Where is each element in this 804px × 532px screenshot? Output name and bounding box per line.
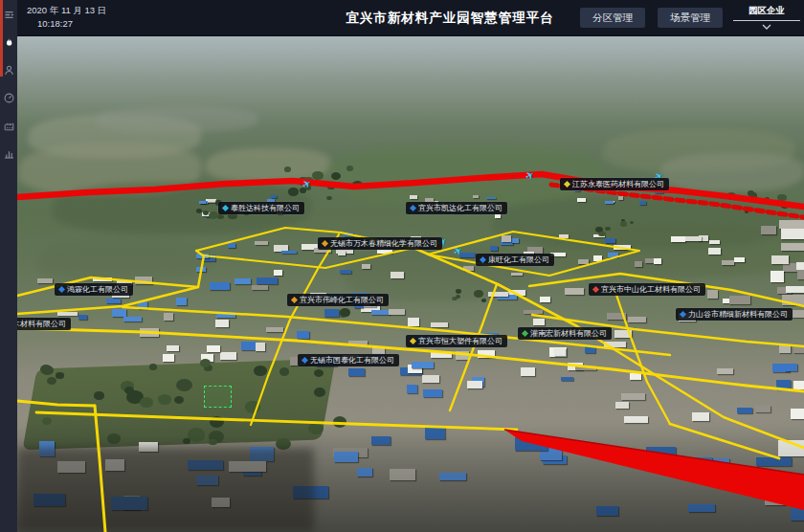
company-label[interactable]: 灌南宏新材料有限公司 — [518, 327, 612, 340]
building — [199, 201, 206, 204]
building — [793, 347, 804, 353]
building — [670, 457, 711, 474]
building — [78, 315, 87, 320]
building — [338, 251, 346, 255]
building — [709, 240, 720, 244]
company-marker-icon — [58, 286, 65, 293]
building — [371, 310, 389, 315]
building — [565, 288, 584, 295]
tree — [245, 401, 259, 412]
company-label[interactable]: 宜兴市凯达化工有限公司 — [406, 202, 507, 214]
building — [502, 235, 511, 242]
tree — [781, 202, 790, 209]
building — [593, 255, 603, 261]
company-label[interactable]: 无锡市国泰化工有限公司 — [298, 354, 399, 366]
bar-chart-icon[interactable] — [3, 147, 15, 160]
building — [729, 296, 750, 304]
building — [578, 259, 589, 263]
building — [255, 241, 268, 245]
building — [252, 285, 268, 290]
building — [135, 277, 152, 284]
gauge-icon[interactable] — [3, 92, 15, 104]
building — [615, 402, 629, 409]
company-label-text: 江苏永泰医药材料有限公司 — [572, 181, 664, 188]
building — [511, 238, 519, 243]
tree — [777, 194, 787, 202]
terrain-patch — [35, 239, 213, 282]
building — [685, 236, 702, 241]
building — [371, 436, 391, 444]
menu-icon[interactable] — [3, 9, 15, 21]
terrain-patch — [658, 153, 804, 191]
building — [708, 248, 721, 255]
factory-icon[interactable] — [3, 120, 15, 132]
company-label[interactable]: 江苏永泰医药材料有限公司 — [560, 178, 669, 190]
sidebar-active-indicator — [0, 0, 3, 77]
company-label[interactable]: 泰胜达科技有限公司 — [218, 202, 304, 214]
building — [467, 381, 482, 388]
chevron-down-icon — [762, 24, 771, 30]
building — [334, 452, 358, 462]
scene-management-button[interactable]: 场景管理 — [658, 8, 723, 28]
building — [234, 278, 252, 284]
building — [220, 352, 236, 360]
company-label[interactable]: 宜兴市中山化工材料有限公司 — [589, 283, 705, 296]
building — [791, 508, 804, 521]
building — [212, 498, 230, 507]
building — [607, 313, 626, 320]
company-label[interactable]: 鸿霖化工有限公司 — [55, 283, 133, 296]
tree — [40, 365, 52, 374]
tree — [474, 290, 482, 298]
time-text: 10:18:27 — [37, 18, 106, 29]
building — [216, 312, 235, 318]
building — [207, 345, 219, 351]
building — [140, 328, 159, 337]
building — [93, 277, 111, 281]
company-label[interactable]: 康旺化工有限公司 — [476, 254, 554, 266]
building — [324, 309, 339, 317]
building — [654, 258, 661, 264]
building — [391, 272, 404, 278]
building — [138, 301, 147, 308]
zone-management-button[interactable]: 分区管理 — [580, 8, 645, 28]
company-label[interactable]: 宜兴市伟峰化工有限公司 — [287, 294, 389, 306]
building — [575, 366, 596, 370]
building — [266, 327, 283, 333]
building — [533, 319, 545, 325]
building — [176, 298, 187, 305]
fire-icon[interactable] — [3, 36, 15, 49]
tree — [598, 232, 605, 237]
company-label-text: 宜兴市恒大塑件有限公司 — [418, 338, 502, 345]
company-label[interactable]: 力山谷市精细新材料有限公司 — [676, 308, 793, 321]
company-label-text: 宜兴市伟峰化工有限公司 — [300, 297, 384, 304]
building — [256, 343, 266, 351]
company-label[interactable]: 无锡市万木春精细化学有限公司 — [318, 237, 442, 250]
building — [761, 226, 776, 233]
building — [297, 331, 309, 339]
tree — [333, 416, 346, 428]
building — [596, 506, 618, 515]
building — [423, 389, 442, 397]
building — [344, 233, 353, 236]
person-icon[interactable] — [3, 64, 15, 77]
building — [756, 457, 793, 466]
building — [776, 380, 792, 389]
tree — [630, 221, 634, 224]
building — [717, 368, 733, 373]
company-marker-icon — [410, 205, 416, 211]
company-marker-icon — [480, 256, 486, 263]
building — [618, 196, 623, 200]
building — [561, 377, 573, 382]
park-enterprise-dropdown[interactable]: 园区企业 — [735, 5, 798, 30]
company-marker-icon — [302, 357, 308, 364]
building — [167, 345, 179, 351]
company-label[interactable]: 宜兴市恒大塑件有限公司 — [406, 335, 507, 347]
building — [196, 476, 218, 485]
company-marker-icon — [410, 338, 416, 344]
building — [490, 246, 497, 250]
building — [271, 195, 277, 198]
building — [34, 494, 65, 505]
building — [188, 460, 223, 470]
tree — [314, 388, 325, 397]
tree — [209, 211, 218, 219]
